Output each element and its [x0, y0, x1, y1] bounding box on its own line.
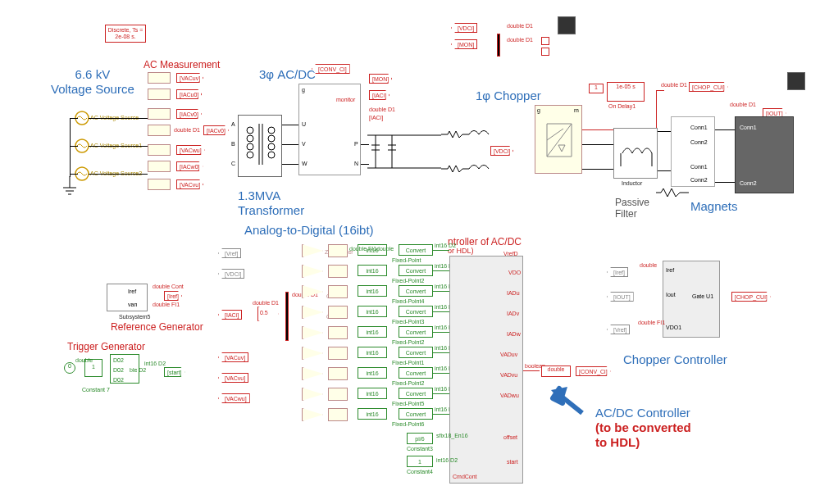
v-meas-2[interactable]: [148, 108, 171, 120]
wire: [361, 144, 369, 145]
demux-2[interactable]: [285, 292, 289, 341]
conv-port-u: U: [302, 121, 306, 127]
scope-2[interactable]: [787, 72, 805, 90]
scope-1[interactable]: [558, 16, 576, 34]
wire: [70, 174, 78, 175]
cc-iout-p: Iout: [666, 292, 676, 297]
conv-port-v: V: [302, 141, 306, 147]
conv-8[interactable]: Convert: [399, 388, 433, 399]
vacvu2-tag: [VACvu]: [176, 179, 203, 189]
conv-6[interactable]: Convert: [399, 347, 433, 358]
adc-vacuv: [VACuv]: [218, 352, 248, 362]
v-meas-1[interactable]: [148, 72, 171, 84]
vdci-top: [VDCi]: [451, 23, 477, 33]
trig-inport[interactable]: 0: [64, 362, 75, 374]
chopper-block[interactable]: [535, 105, 582, 174]
gain-row7[interactable]: [302, 367, 323, 380]
zoh-3[interactable]: [328, 285, 348, 298]
conv-1[interactable]: Convert: [399, 244, 433, 256]
v-meas-4[interactable]: [148, 179, 171, 190]
dbl-fi: double FI1: [153, 302, 180, 307]
gain-row6[interactable]: [302, 347, 323, 360]
wire: [70, 146, 78, 147]
conv-5[interactable]: Convert: [399, 326, 433, 338]
trigger-gen-label: Trigger Generator: [67, 341, 145, 352]
int16-5[interactable]: int16: [358, 326, 387, 338]
conv-port-n: N: [354, 161, 358, 166]
adc-label: Analog-to-Digital (16ibt): [244, 223, 374, 238]
svg-point-8: [247, 135, 253, 142]
on-delay-val: 1e-05 s: [608, 83, 644, 89]
int16-3[interactable]: int16: [358, 285, 387, 297]
gain-row8[interactable]: [302, 388, 323, 401]
sfix-lbl: sfix18_En16: [436, 433, 468, 438]
wire: [89, 118, 148, 119]
i-meas-2[interactable]: [148, 125, 171, 136]
dbl-d1-1: double D1: [174, 127, 200, 133]
const-1e5[interactable]: 1: [589, 84, 604, 93]
conv-4[interactable]: Convert: [399, 306, 433, 317]
wire: [715, 129, 735, 130]
zoh-9[interactable]: [328, 408, 348, 421]
wire: [582, 169, 613, 170]
gain-row1[interactable]: [302, 244, 323, 257]
zoh-5[interactable]: [328, 326, 348, 339]
zoh-8[interactable]: [328, 388, 348, 401]
svg-point-9: [247, 143, 253, 150]
adc-iaci: [IACi]: [218, 310, 242, 320]
conv-7[interactable]: Convert: [399, 367, 433, 379]
wire: [282, 125, 298, 125]
wire: [361, 164, 369, 165]
trig-const-lbl: Constant 7: [82, 387, 110, 393]
voltage-source-label: 6.6 kV Voltage Source: [51, 67, 134, 97]
transformer-block[interactable]: [238, 115, 282, 177]
svg-point-7: [247, 127, 253, 134]
gain-row5[interactable]: [302, 326, 323, 339]
int-d3: int16 D2: [436, 457, 458, 463]
int16-7[interactable]: int16: [358, 367, 387, 379]
vdci-tag: [VDCi]: [490, 146, 513, 156]
demux-1[interactable]: [497, 34, 500, 57]
wg: [433, 393, 449, 394]
wg: [433, 352, 449, 353]
i-meas-3[interactable]: [148, 161, 171, 172]
ref-gen-block[interactable]: [107, 284, 148, 311]
ctrl-iadu: IADu: [507, 290, 520, 296]
conv-9[interactable]: Convert: [399, 408, 433, 420]
const4[interactable]: 1: [407, 456, 433, 467]
zoh-4[interactable]: [328, 306, 348, 319]
wire: [582, 144, 613, 145]
wg: [433, 373, 449, 374]
int16-8[interactable]: int16: [358, 388, 387, 399]
ref-iref: Iref: [128, 288, 136, 294]
out-double[interactable]: double: [541, 366, 571, 377]
zoh-7[interactable]: [328, 367, 348, 380]
wg: [433, 332, 449, 333]
zoh-1[interactable]: [328, 244, 348, 257]
cc-gate: Gate U1: [692, 293, 713, 299]
term-1[interactable]: [541, 37, 549, 45]
pf-conn1: Conn1: [690, 125, 708, 130]
gain-row4[interactable]: [302, 306, 323, 319]
int16-4[interactable]: int16: [358, 306, 387, 317]
zoh-2[interactable]: [328, 265, 348, 278]
conv-2[interactable]: Convert: [399, 265, 433, 276]
pi6-const[interactable]: pi/6: [407, 433, 433, 444]
out-double-txt: double: [542, 366, 570, 372]
gain-row2[interactable]: [302, 265, 323, 278]
conv-ci-out: [CONV_Ci]: [576, 366, 611, 376]
fp-6: Fixed-Point1: [392, 360, 424, 366]
gain-row9[interactable]: [302, 408, 323, 421]
on-delay-block[interactable]: 1e-05 s: [607, 82, 645, 102]
dbl-above-iaci: double D1: [369, 107, 395, 112]
int16-6[interactable]: int16: [358, 347, 387, 358]
zoh-6[interactable]: [328, 347, 348, 360]
int16-9[interactable]: int16: [358, 408, 387, 420]
inductor-block[interactable]: [613, 128, 658, 179]
wire: [70, 118, 78, 119]
i-meas-1[interactable]: [148, 89, 171, 100]
int16-2[interactable]: int16: [358, 265, 387, 276]
conv-3[interactable]: Convert: [399, 285, 433, 297]
term-2[interactable]: [541, 48, 549, 56]
v-meas-3[interactable]: [148, 144, 171, 156]
